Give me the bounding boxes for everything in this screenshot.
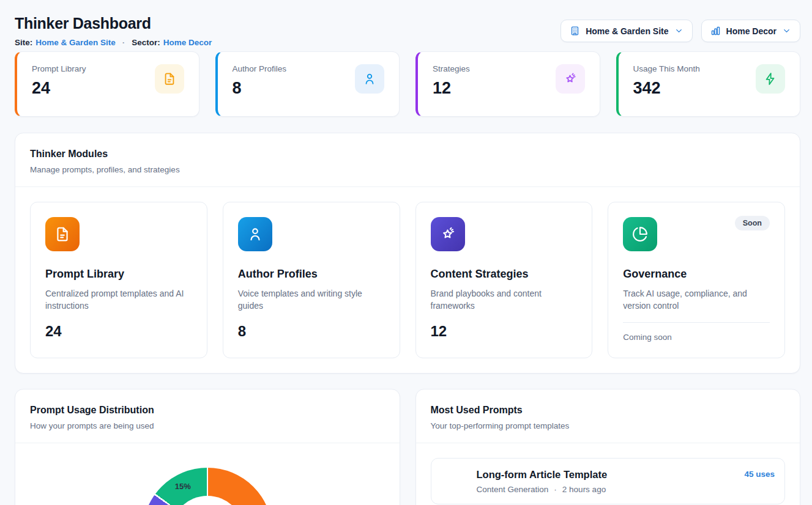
module-description: Centralized prompt templates and AI inst…: [45, 287, 192, 312]
bar-chart-icon: [710, 26, 721, 36]
stat-label: Usage This Month: [633, 64, 700, 73]
module-card-prompt-library[interactable]: Prompt Library Centralized prompt templa…: [30, 202, 207, 358]
stat-card-prompt-library: Prompt Library 24: [15, 51, 199, 117]
sector-selector-button[interactable]: Home Decor: [701, 20, 800, 42]
prompt-usage-panel: Prompt Usage Distribution How your promp…: [15, 389, 400, 505]
stat-value: 342: [633, 79, 700, 98]
modules-grid: Prompt Library Centralized prompt templa…: [15, 187, 800, 373]
module-count: 8: [238, 323, 385, 340]
soon-badge: Soon: [735, 216, 770, 230]
sector-selector-label: Home Decor: [726, 26, 777, 36]
top-bar-actions: Home & Garden Site Home Decor: [561, 20, 800, 42]
page-title: Thinker Dashboard: [15, 15, 212, 32]
stat-value: 24: [32, 79, 86, 98]
stat-card-usage: Usage This Month 342: [616, 51, 801, 117]
stat-text: Author Profiles 8: [233, 64, 287, 104]
modules-header: Thinker Modules Manage prompts, profiles…: [15, 133, 800, 187]
module-footer: Coming soon: [623, 333, 770, 342]
user-icon: [355, 64, 384, 94]
module-card-governance[interactable]: Soon Governance Track AI usage, complian…: [608, 202, 785, 358]
separator-dot: ·: [554, 485, 557, 494]
modules-subtitle: Manage prompts, profiles, and strategies: [30, 165, 785, 174]
stat-label: Strategies: [433, 64, 470, 73]
separator-dot: ·: [122, 38, 125, 47]
thinker-modules-panel: Thinker Modules Manage prompts, profiles…: [15, 133, 800, 374]
sparkle-star-icon: [556, 64, 585, 94]
module-title: Prompt Library: [45, 268, 192, 281]
chevron-down-icon: [782, 26, 791, 35]
site-link[interactable]: Home & Garden Site: [35, 38, 116, 47]
stat-value: 12: [433, 79, 470, 98]
pie-chart-icon: [623, 217, 657, 251]
prompt-meta: Content Generation · 2 hours ago: [477, 485, 735, 494]
prompt-title: Long-form Article Template: [477, 469, 735, 481]
module-count: 12: [431, 323, 578, 340]
user-icon: [238, 217, 272, 251]
module-title: Content Strategies: [431, 268, 578, 281]
uses-badge: 45 uses: [744, 470, 775, 479]
sparkle-star-icon: [431, 217, 465, 251]
file-text-icon: [45, 217, 80, 251]
stat-card-strategies: Strategies 12: [415, 51, 600, 117]
usage-header: Prompt Usage Distribution How your promp…: [15, 389, 400, 443]
module-description: Track AI usage, compliance, and version …: [623, 287, 770, 312]
prompt-category: Content Generation: [477, 485, 549, 494]
bottom-row: Prompt Usage Distribution How your promp…: [15, 389, 800, 505]
usage-subtitle: How your prompts are being used: [30, 421, 385, 430]
prompts-header: Most Used Prompts Your top-performing pr…: [416, 389, 800, 443]
sector-link[interactable]: Home Decor: [163, 38, 212, 47]
site-label: Site:: [15, 38, 32, 47]
file-text-icon: [155, 64, 184, 94]
site-selector-label: Home & Garden Site: [586, 26, 668, 36]
usage-title: Prompt Usage Distribution: [30, 405, 385, 416]
breadcrumb: Site: Home & Garden Site · Sector: Home …: [15, 38, 212, 47]
stat-label: Prompt Library: [32, 64, 86, 73]
donut-chart-area: 15%: [15, 443, 400, 505]
module-card-author-profiles[interactable]: Author Profiles Voice templates and writ…: [223, 202, 400, 358]
stat-text: Strategies 12: [433, 64, 470, 104]
module-title: Author Profiles: [238, 268, 385, 281]
top-bar: Thinker Dashboard Site: Home & Garden Si…: [15, 15, 800, 47]
module-description: Brand playbooks and content frameworks: [431, 287, 578, 312]
prompt-text: Long-form Article Template Content Gener…: [477, 469, 735, 494]
prompt-list-item[interactable]: Long-form Article Template Content Gener…: [431, 458, 786, 504]
module-card-content-strategies[interactable]: Content Strategies Brand playbooks and c…: [415, 202, 593, 358]
stat-card-author-profiles: Author Profiles 8: [215, 51, 400, 117]
sector-label: Sector:: [132, 38, 160, 47]
prompts-subtitle: Your top-performing prompt templates: [431, 421, 786, 430]
most-used-prompts-panel: Most Used Prompts Your top-performing pr…: [415, 389, 801, 505]
zap-icon: [756, 64, 785, 94]
module-title: Governance: [623, 268, 770, 281]
divider: [623, 322, 770, 323]
site-selector-button[interactable]: Home & Garden Site: [561, 20, 692, 42]
module-count: 24: [45, 323, 192, 340]
stat-label: Author Profiles: [233, 64, 287, 73]
title-block: Thinker Dashboard Site: Home & Garden Si…: [15, 15, 212, 47]
chevron-down-icon: [674, 26, 683, 35]
modules-title: Thinker Modules: [30, 149, 785, 160]
prompt-time: 2 hours ago: [562, 485, 606, 494]
stat-text: Usage This Month 342: [633, 64, 700, 104]
stat-value: 8: [233, 79, 287, 98]
donut-chart: 15%: [143, 468, 272, 505]
building-icon: [570, 26, 580, 36]
file-text-icon: [441, 468, 467, 494]
module-description: Voice templates and writing style guides: [238, 287, 385, 312]
prompt-list: Long-form Article Template Content Gener…: [416, 443, 800, 505]
stat-text: Prompt Library 24: [32, 64, 86, 104]
donut-slice-label: 15%: [175, 482, 191, 491]
prompts-title: Most Used Prompts: [431, 405, 786, 416]
stats-row: Prompt Library 24 Author Profiles 8 Stra…: [15, 51, 800, 117]
